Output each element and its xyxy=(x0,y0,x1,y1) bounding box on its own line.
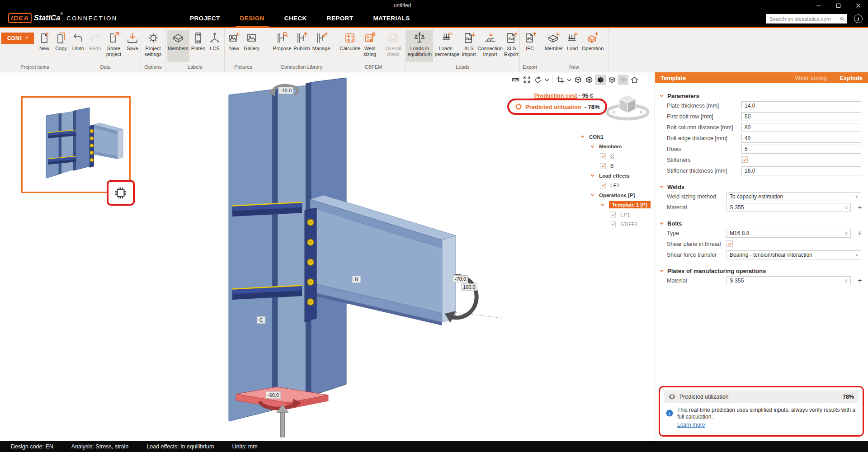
material-select[interactable]: S 355˅ xyxy=(726,276,851,285)
status-units: Units: mm xyxy=(232,443,257,450)
cube-hidden-button[interactable] xyxy=(584,75,594,85)
minimize-button[interactable] xyxy=(808,0,828,11)
measure-button[interactable] xyxy=(510,75,521,85)
explode-action[interactable]: Explode xyxy=(840,75,863,81)
section-header[interactable]: Bolts xyxy=(655,218,868,228)
stiffener-thickness-mm-input[interactable] xyxy=(742,167,861,175)
ribbon-button-propose[interactable]: Propose xyxy=(272,30,292,62)
ribbon-button-label: Calculate xyxy=(340,46,360,52)
tree-item-stiff1[interactable]: STIFF1 xyxy=(576,220,655,230)
tab-check[interactable]: CHECK xyxy=(284,11,307,27)
shear-force-transfer-select[interactable]: Bearing - tension/shear interaction˅ xyxy=(726,250,861,259)
home-button[interactable] xyxy=(629,75,640,85)
stiffeners-checkbox[interactable] xyxy=(741,156,748,163)
tree-checkbox[interactable] xyxy=(600,153,606,159)
ribbon-button-manage[interactable]: Manage xyxy=(311,30,331,62)
tree-item-con1[interactable]: CON1 xyxy=(576,132,655,142)
section-chevron-icon[interactable] xyxy=(566,75,572,85)
ribbon-button-xls-export[interactable]: XLSXLS Export xyxy=(503,30,519,62)
section-header[interactable]: Plates of manufacturing operations xyxy=(655,266,868,276)
ribbon-button-project-settings[interactable]: Project settings xyxy=(141,30,165,62)
tree-checkbox[interactable] xyxy=(610,212,616,217)
tab-project[interactable]: PROJECT xyxy=(190,11,220,27)
ribbon-button-members[interactable]: Members xyxy=(167,30,189,62)
material-select[interactable]: S 355˅ xyxy=(726,203,851,212)
section-button[interactable] xyxy=(555,75,566,85)
ribbon-group-label: Export xyxy=(520,63,540,72)
rotate-button[interactable] xyxy=(533,75,543,85)
tree-item-members[interactable]: Members xyxy=(576,142,655,152)
rows-input[interactable] xyxy=(742,145,861,153)
ribbon-button-save[interactable]: Save xyxy=(124,30,141,62)
tree-item-le1[interactable]: LE1 xyxy=(576,181,655,191)
ribbon-button-gallery[interactable]: Gallery xyxy=(243,30,260,62)
tree-item-operations-p[interactable]: Operations [P] xyxy=(576,190,655,200)
ribbon-button-ifc-export[interactable]: IFCIFC xyxy=(522,30,538,62)
tree-item-template-1-p[interactable]: Template 1 [P] xyxy=(576,200,655,210)
tree-item-label: EP1 xyxy=(620,212,630,217)
weld-sizing-action[interactable]: Weld sizing xyxy=(795,75,827,81)
ribbon-button-xls-import[interactable]: XLSXLS Import xyxy=(461,30,477,62)
section-header[interactable]: Parameters xyxy=(655,91,868,101)
rotate-chevron-icon[interactable] xyxy=(544,75,550,85)
chevron-down-icon xyxy=(659,221,664,226)
tab-materials[interactable]: MATERIALS xyxy=(373,11,410,27)
tree-item-c[interactable]: C xyxy=(576,151,655,161)
close-button[interactable] xyxy=(848,0,868,11)
add-material-button[interactable]: + xyxy=(856,276,864,286)
ribbon-button-share-project[interactable]: Share project xyxy=(104,30,124,62)
ribbon-button-lcs[interactable]: LCS xyxy=(207,30,223,62)
home-icon xyxy=(631,76,638,84)
navigation-cube[interactable] xyxy=(605,89,650,125)
ribbon-button-plates[interactable]: Plates xyxy=(190,30,206,62)
ribbon-button-calculate[interactable]: Calculate xyxy=(341,30,359,62)
tree-checkbox[interactable] xyxy=(600,163,606,169)
section-header[interactable]: Welds xyxy=(655,182,868,192)
production-cost-label[interactable]: Production cost xyxy=(534,93,577,99)
maximize-button[interactable] xyxy=(828,0,848,11)
weld-sizing-method-select[interactable]: To capacity estimation˅ xyxy=(726,192,861,201)
ribbon-button-weld-sizing[interactable]: Weld sizing xyxy=(359,30,381,62)
tree-item-load-effects[interactable]: Load effects xyxy=(576,171,655,181)
plate-thickness-mm-input[interactable] xyxy=(742,102,861,110)
ribbon-button-new-load[interactable]: Load xyxy=(564,30,580,62)
prediction-note: This real-time prediction uses simplifie… xyxy=(677,407,856,420)
field-label: First bolt row [mm] xyxy=(667,113,713,120)
tree-checkbox[interactable] xyxy=(600,183,606,188)
search-input[interactable] xyxy=(769,16,840,22)
info-icon[interactable]: i xyxy=(854,14,863,23)
connection-thumbnail[interactable] xyxy=(21,96,131,193)
tree-item-b[interactable]: B xyxy=(576,161,655,171)
ribbon-button-copy-project[interactable]: Copy xyxy=(53,30,69,62)
tab-design[interactable]: DESIGN xyxy=(240,11,264,27)
add-type-button[interactable]: + xyxy=(856,228,864,238)
ribbon-button-undo[interactable]: Undo xyxy=(70,30,86,62)
ribbon-button-picture-new[interactable]: New xyxy=(226,30,242,62)
tree-item-label: B xyxy=(610,163,614,169)
ribbon-button-loads-percentage[interactable]: %Loads - percentage xyxy=(434,30,460,62)
add-material-button[interactable]: + xyxy=(856,202,864,212)
ribbon-button-new-project[interactable]: New xyxy=(36,30,52,62)
learn-more-link[interactable]: Learn more xyxy=(677,422,705,428)
cube-wireframe-button[interactable] xyxy=(572,75,583,85)
ribbon-button-new-operation[interactable]: Operation xyxy=(581,30,604,62)
ribbon-button-connection-import[interactable]: Connection Import xyxy=(477,30,503,62)
image-new-icon xyxy=(227,31,241,45)
panel-row-plate-thickness-mm: Plate thickness [mm] xyxy=(655,101,868,112)
workplane-button[interactable] xyxy=(618,75,628,85)
ribbon-button-loads-in-equilibrium[interactable]: Loads in equilibrium xyxy=(406,30,433,62)
ribbon-button-new-member[interactable]: Member xyxy=(544,30,564,62)
tree-item-ep1[interactable]: EP1 xyxy=(576,210,655,220)
tab-report[interactable]: REPORT xyxy=(327,11,354,27)
cube-solid-button[interactable] xyxy=(595,75,606,85)
type-select[interactable]: M16 8.8˅ xyxy=(726,229,851,238)
connection-selector[interactable]: CON1˅ xyxy=(1,33,34,44)
zoom-fit-button[interactable] xyxy=(521,75,532,85)
bolt-column-distance-mm-input[interactable] xyxy=(742,123,861,132)
shear-plane-in-thread-checkbox[interactable] xyxy=(726,240,733,247)
bolt-edge-distance-mm-input[interactable] xyxy=(742,134,861,142)
first-bolt-row-mm-input[interactable] xyxy=(742,113,861,121)
ribbon-button-publish[interactable]: Publish xyxy=(293,30,311,62)
cube-shaded-button[interactable] xyxy=(606,75,617,85)
tree-checkbox[interactable] xyxy=(610,221,616,227)
